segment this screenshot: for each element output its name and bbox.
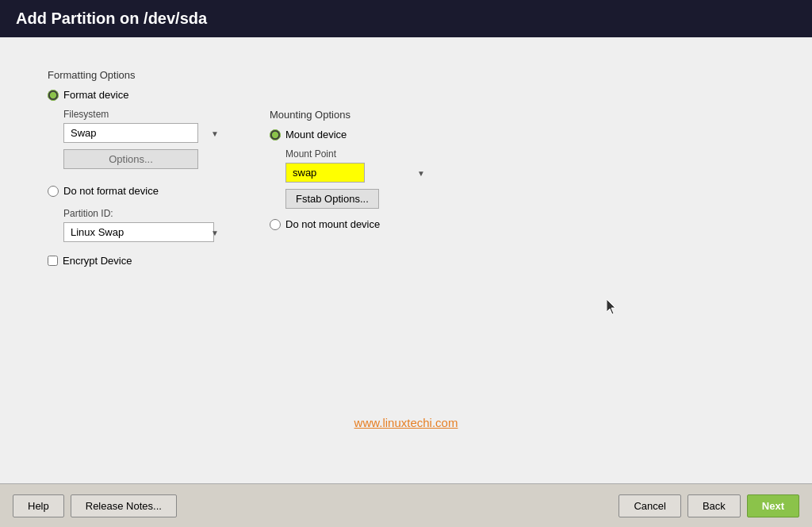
cursor-indicator [607, 299, 619, 317]
do-not-format-label: Do not format device [63, 185, 159, 197]
options-button[interactable]: Options... [63, 149, 198, 169]
fstab-options-button[interactable]: Fstab Options... [285, 189, 379, 209]
encrypt-device-label: Encrypt Device [63, 255, 132, 267]
filesystem-select-arrow: ▼ [211, 129, 219, 137]
mount-device-radio[interactable] [270, 129, 281, 140]
next-button[interactable]: Next [747, 494, 799, 517]
formatting-section-label: Formatting Options [48, 69, 222, 81]
cancel-button[interactable]: Cancel [619, 494, 680, 517]
filesystem-label: Filesystem [63, 109, 222, 120]
help-button[interactable]: Help [13, 494, 64, 517]
watermark: www.linuxtechi.com [354, 416, 458, 429]
mounting-section-label: Mounting Options [270, 109, 428, 121]
encrypt-device-checkbox[interactable] [48, 256, 58, 266]
release-notes-button[interactable]: Release Notes... [71, 494, 177, 517]
format-device-label: Format device [63, 89, 128, 101]
mount-point-select-arrow: ▼ [417, 168, 425, 177]
format-device-radio[interactable] [48, 90, 59, 101]
page-title: Add Partition on /dev/sda [0, 0, 812, 37]
mount-point-label: Mount Point [285, 148, 428, 160]
svg-marker-0 [607, 299, 615, 314]
partition-id-label: Partition ID: [63, 208, 222, 219]
back-button[interactable]: Back [688, 494, 741, 517]
filesystem-select[interactable]: Swap [63, 123, 198, 143]
mount-point-select[interactable]: swap [285, 163, 365, 183]
do-not-format-radio[interactable] [48, 186, 59, 197]
mount-device-label: Mount device [285, 129, 347, 140]
do-not-mount-radio[interactable] [270, 219, 281, 230]
partition-id-select[interactable]: Linux Swap [63, 222, 214, 242]
do-not-mount-label: Do not mount device [285, 218, 380, 230]
